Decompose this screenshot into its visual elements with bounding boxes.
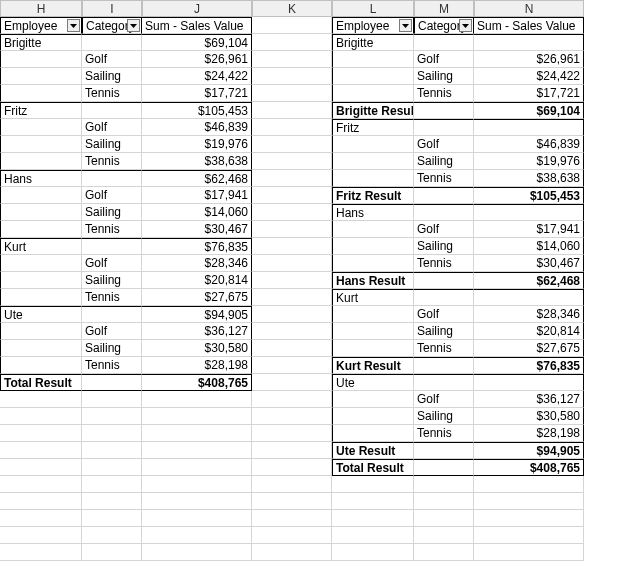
value-cell: $17,941 (142, 187, 252, 204)
subtotal-value: $105,453 (142, 102, 252, 119)
value-cell: $17,721 (474, 85, 584, 102)
employee-name: Fritz (0, 102, 82, 119)
value-cell: $28,198 (142, 357, 252, 374)
value-cell: $26,961 (142, 51, 252, 68)
employee-name: Brigitte (332, 34, 414, 51)
col-header-J[interactable]: J (142, 0, 252, 17)
svg-marker-0 (70, 24, 77, 28)
employee-name: Ute (0, 306, 82, 323)
value-cell: $17,941 (474, 221, 584, 238)
category-label: Tennis (82, 221, 142, 238)
category-label: Tennis (414, 85, 474, 102)
value-cell: $46,839 (474, 136, 584, 153)
category-label: Golf (82, 119, 142, 136)
value-cell: $14,060 (142, 204, 252, 221)
category-label: Sailing (414, 408, 474, 425)
col-header-K[interactable]: K (252, 0, 332, 17)
value-cell: $30,467 (474, 255, 584, 272)
employee-name: Kurt (332, 289, 414, 306)
value-cell: $27,675 (474, 340, 584, 357)
value-cell: $46,839 (142, 119, 252, 136)
col-header-N[interactable]: N (474, 0, 584, 17)
value-cell: $17,721 (142, 85, 252, 102)
employee-name: Hans (0, 170, 82, 187)
total-label-right: Total Result (332, 459, 414, 476)
svg-marker-3 (462, 24, 469, 28)
pivot-field-employee-right[interactable]: Employee (332, 17, 414, 34)
category-label: Tennis (82, 357, 142, 374)
subtotal-label: Brigitte Result (332, 102, 414, 119)
col-header-L[interactable]: L (332, 0, 414, 17)
value-cell: $19,976 (474, 153, 584, 170)
employee-name: Hans (332, 204, 414, 221)
spreadsheet-grid: HIJKLMNEmployeeCategorySum - Sales Value… (0, 0, 637, 561)
value-cell: $36,127 (474, 391, 584, 408)
dropdown-icon[interactable] (127, 19, 140, 32)
subtotal-value: $62,468 (142, 170, 252, 187)
dropdown-icon[interactable] (459, 19, 472, 32)
employee-name: Fritz (332, 119, 414, 136)
value-cell: $38,638 (474, 170, 584, 187)
category-label: Sailing (82, 272, 142, 289)
subtotal-label: Fritz Result (332, 187, 414, 204)
category-label: Golf (414, 221, 474, 238)
pivot-sum-header-left: Sum - Sales Value (142, 17, 252, 34)
category-label: Sailing (82, 340, 142, 357)
subtotal-value: $94,905 (142, 306, 252, 323)
category-label: Golf (82, 255, 142, 272)
subtotal-value: $94,905 (474, 442, 584, 459)
value-cell: $30,580 (474, 408, 584, 425)
category-label: Tennis (414, 170, 474, 187)
category-label: Golf (414, 391, 474, 408)
subtotal-value: $69,104 (142, 34, 252, 51)
category-label: Golf (414, 136, 474, 153)
pivot-field-category-right[interactable]: Category (414, 17, 474, 34)
subtotal-label: Kurt Result (332, 357, 414, 374)
category-label: Sailing (414, 68, 474, 85)
category-label: Tennis (414, 425, 474, 442)
category-label: Sailing (82, 68, 142, 85)
value-cell: $28,346 (474, 306, 584, 323)
svg-marker-1 (130, 24, 137, 28)
value-cell: $38,638 (142, 153, 252, 170)
category-label: Sailing (414, 153, 474, 170)
employee-name: Kurt (0, 238, 82, 255)
subtotal-value: $105,453 (474, 187, 584, 204)
category-label: Golf (82, 187, 142, 204)
category-label: Tennis (414, 255, 474, 272)
employee-name: Brigitte (0, 34, 82, 51)
value-cell: $30,467 (142, 221, 252, 238)
category-label: Tennis (414, 340, 474, 357)
category-label: Sailing (414, 323, 474, 340)
category-label: Sailing (82, 136, 142, 153)
category-label: Golf (82, 51, 142, 68)
value-cell: $20,814 (142, 272, 252, 289)
value-cell: $28,346 (142, 255, 252, 272)
subtotal-value: $69,104 (474, 102, 584, 119)
col-header-M[interactable]: M (414, 0, 474, 17)
value-cell: $14,060 (474, 238, 584, 255)
total-label-left: Total Result (0, 374, 82, 391)
col-header-I[interactable]: I (82, 0, 142, 17)
category-label: Tennis (82, 85, 142, 102)
category-label: Sailing (82, 204, 142, 221)
value-cell: $28,198 (474, 425, 584, 442)
dropdown-icon[interactable] (67, 19, 80, 32)
dropdown-icon[interactable] (399, 19, 412, 32)
subtotal-label: Ute Result (332, 442, 414, 459)
value-cell: $19,976 (142, 136, 252, 153)
value-cell: $24,422 (474, 68, 584, 85)
pivot-sum-header-right: Sum - Sales Value (474, 17, 584, 34)
pivot-field-category-left[interactable]: Category (82, 17, 142, 34)
value-cell: $36,127 (142, 323, 252, 340)
category-label: Golf (82, 323, 142, 340)
category-label: Tennis (82, 153, 142, 170)
total-value-right: $408,765 (474, 459, 584, 476)
pivot-field-employee-left[interactable]: Employee (0, 17, 82, 34)
category-label: Sailing (414, 238, 474, 255)
subtotal-value: $62,468 (474, 272, 584, 289)
category-label: Tennis (82, 289, 142, 306)
col-header-H[interactable]: H (0, 0, 82, 17)
value-cell: $20,814 (474, 323, 584, 340)
category-label: Golf (414, 306, 474, 323)
